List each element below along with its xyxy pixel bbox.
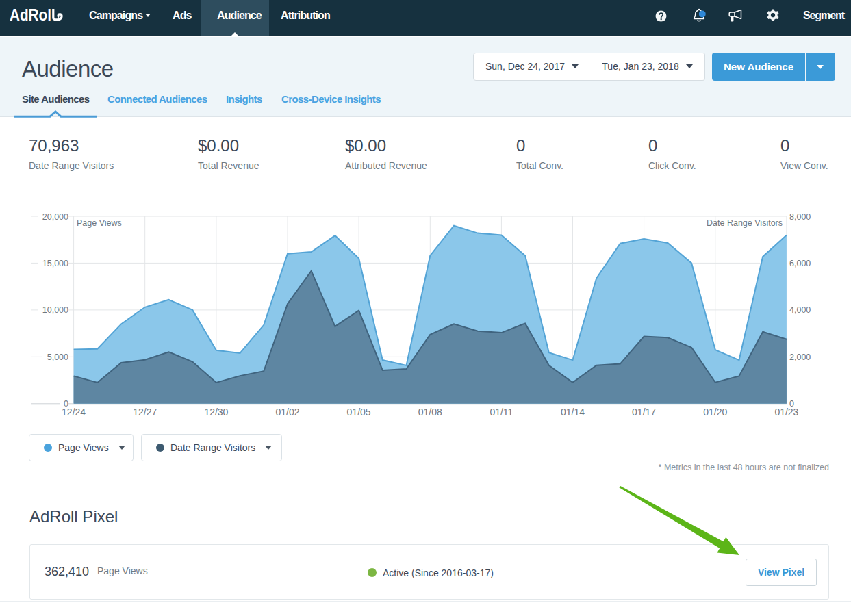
svg-text:01/08: 01/08 bbox=[418, 407, 442, 418]
svg-text:2,000: 2,000 bbox=[789, 352, 811, 362]
svg-text:5,000: 5,000 bbox=[47, 352, 68, 362]
svg-text:01/11: 01/11 bbox=[490, 407, 513, 418]
svg-text:4,000: 4,000 bbox=[789, 305, 811, 315]
svg-text:Date Range Visitors: Date Range Visitors bbox=[707, 218, 783, 228]
svg-text:01/20: 01/20 bbox=[703, 407, 727, 418]
svg-text:01/23: 01/23 bbox=[774, 407, 798, 418]
svg-text:12/24: 12/24 bbox=[62, 407, 86, 418]
svg-text:Page Views: Page Views bbox=[77, 218, 122, 228]
svg-text:10,000: 10,000 bbox=[42, 305, 68, 315]
svg-text:01/14: 01/14 bbox=[561, 407, 585, 418]
svg-text:01/02: 01/02 bbox=[275, 407, 299, 418]
svg-text:20,000: 20,000 bbox=[42, 212, 68, 222]
svg-text:12/27: 12/27 bbox=[133, 407, 157, 418]
svg-text:01/05: 01/05 bbox=[347, 407, 371, 418]
svg-text:12/30: 12/30 bbox=[204, 407, 228, 418]
svg-text:6,000: 6,000 bbox=[789, 259, 811, 268]
svg-text:01/17: 01/17 bbox=[632, 407, 656, 418]
svg-text:8,000: 8,000 bbox=[789, 212, 811, 222]
svg-text:15,000: 15,000 bbox=[42, 259, 68, 268]
